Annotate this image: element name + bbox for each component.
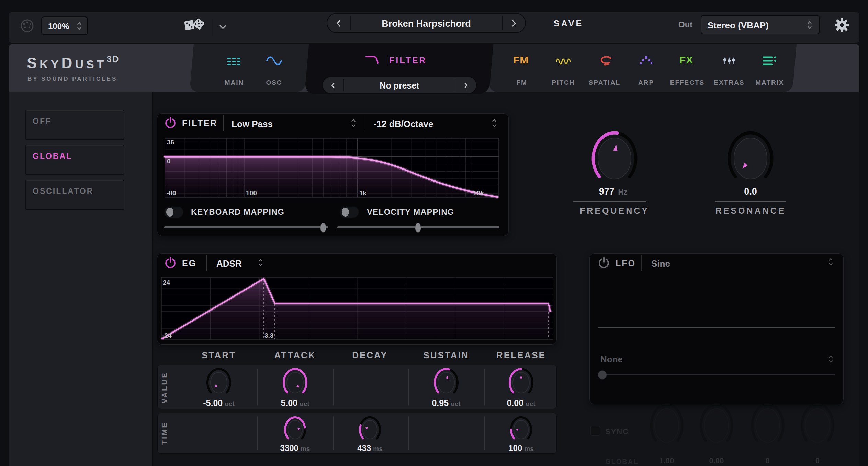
tab-pitch[interactable]: PITCH (544, 51, 583, 89)
eg-power-icon[interactable] (164, 257, 177, 269)
resonance-number: 0.0 (744, 186, 757, 197)
eg-attack-time-value[interactable]: 3300ms (280, 443, 310, 453)
slider-handle[interactable] (320, 223, 326, 233)
eg-attack-time-knob[interactable] (280, 415, 310, 444)
slider-handle[interactable] (415, 223, 421, 233)
lfo-depth-knob[interactable] (698, 401, 735, 450)
randomize-dice-icon[interactable] (184, 16, 205, 34)
lfo-waveform-line (598, 327, 835, 328)
fx-tab-icon: FX (679, 54, 693, 66)
resonance-label: RESONANCE (715, 206, 786, 216)
sidebar-item-global[interactable]: GLOBAL (25, 145, 124, 175)
value-unit: oct (225, 400, 235, 407)
lfo-amount-slider[interactable] (598, 374, 835, 375)
eg-start-value-knob[interactable] (202, 366, 235, 399)
tab-main-label: MAIN (225, 79, 244, 86)
tab-matrix[interactable]: MATRIX (750, 51, 789, 89)
sidebar-item-oscillator[interactable]: OSCILLATOR (25, 180, 124, 210)
tab-effects[interactable]: FX EFFECTS (666, 51, 709, 89)
eg-mode-select[interactable]: ADSR (216, 258, 242, 269)
frequency-unit: Hz (618, 188, 627, 196)
eg-release-value-knob[interactable] (505, 366, 538, 399)
lfo-rate-value: 1.00 Hz (660, 456, 674, 466)
lfo-fade-knob[interactable] (799, 401, 836, 450)
eg-release-time-value[interactable]: 100ms (508, 443, 534, 453)
keyboard-mapping-slider[interactable] (164, 226, 328, 228)
settings-gear-icon[interactable] (834, 17, 850, 33)
eg-sustain-value[interactable]: 0.95oct (432, 398, 460, 408)
lfo-delay-knob[interactable] (749, 401, 787, 450)
preset-name[interactable]: Broken Harpsichord (382, 19, 471, 29)
filter-slope-select[interactable]: -12 dB/Octave (374, 119, 433, 129)
filter-slope-arrows-icon[interactable] (492, 119, 497, 128)
lfo-target-arrows-icon[interactable] (828, 355, 833, 363)
lfo-shape-arrows-icon[interactable] (828, 258, 833, 266)
matrix-tab-icon (763, 56, 777, 66)
eg-attack-value-knob[interactable] (279, 366, 312, 399)
eg-decay-time-value[interactable]: 433ms (357, 443, 383, 453)
keyboard-mapping-label: KEYBOARD MAPPING (191, 207, 284, 217)
preset-prev-icon[interactable] (336, 20, 341, 27)
lfo-depth-value: 0.00 oct (709, 456, 724, 466)
lfo-delay-value: 0 ms (762, 456, 773, 466)
zoom-stepper[interactable]: 100% (41, 16, 88, 35)
tab-arp[interactable]: ARP (628, 51, 664, 89)
lfo-shape-select[interactable]: Sine (651, 258, 670, 269)
tab-arp-label: ARP (638, 79, 654, 86)
eg-attack-value[interactable]: 5.00oct (281, 398, 309, 408)
value-unit: oct (451, 400, 461, 407)
resonance-knob[interactable] (723, 128, 778, 189)
cell-separator (484, 416, 485, 450)
value-number: 433 (357, 443, 371, 453)
frequency-knob[interactable] (587, 128, 642, 189)
filter-preset-divider (455, 79, 455, 91)
eg-release-value[interactable]: 0.00oct (507, 398, 535, 408)
output-format-select[interactable]: Stereo (VBAP) (701, 15, 820, 34)
menu-chevron-down-icon[interactable] (219, 25, 227, 30)
tab-filter-label: FILTER (389, 56, 427, 66)
filter-preset-prev-icon[interactable] (331, 82, 335, 89)
filter-preset-next-icon[interactable] (464, 82, 468, 89)
lfo-power-icon[interactable] (598, 257, 610, 269)
tab-fm[interactable]: FM FM (504, 51, 539, 89)
filter-power-icon[interactable] (164, 117, 177, 129)
filter-tab-icon (365, 54, 381, 65)
filter-type-arrows-icon[interactable] (351, 119, 356, 128)
lfo-target-select[interactable]: None (600, 354, 623, 365)
save-button[interactable]: SAVE (554, 19, 583, 28)
filter-type-select[interactable]: Low Pass (232, 119, 273, 129)
eg-decay-time-knob[interactable] (355, 415, 385, 444)
lfo-sync-checkbox[interactable] (590, 426, 600, 436)
preset-next-icon[interactable] (511, 20, 516, 27)
velocity-mapping-slider[interactable] (337, 226, 499, 228)
velocity-mapping-toggle[interactable] (339, 206, 359, 218)
tab-filter-active[interactable]: FILTER No preset (305, 44, 494, 94)
sidebar-item-off[interactable]: OFF (25, 110, 124, 140)
resonance-value[interactable]: 0.0 (723, 186, 778, 197)
tab-osc[interactable]: OSC (255, 51, 296, 89)
tab-main[interactable]: MAIN (212, 51, 257, 89)
tab-spatial[interactable]: SPATIAL (585, 51, 624, 89)
logo-part: KY (40, 58, 61, 71)
tab-osc-label: OSC (266, 79, 282, 86)
value-number: 5.00 (281, 398, 297, 408)
filter-preset-name[interactable]: No preset (380, 81, 419, 91)
keyboard-mapping-toggle[interactable] (164, 206, 184, 218)
lfo-sync-mode: GLOBAL (605, 458, 638, 466)
tab-extras[interactable]: EXTRAS (710, 51, 748, 89)
sidebar-separator (152, 92, 153, 466)
eg-sustain-value-knob[interactable] (430, 366, 463, 399)
frequency-rule (573, 201, 646, 202)
slider-handle[interactable] (598, 370, 607, 380)
brand-subtitle: BY SOUND PARTICLES (27, 75, 117, 82)
eg-start-value[interactable]: -5.00oct (203, 398, 234, 408)
lfo-rate-knob[interactable] (648, 401, 686, 450)
eg-mode-arrows-icon[interactable] (258, 258, 263, 267)
zoom-stepper-arrows-icon[interactable] (77, 22, 82, 31)
eg-release-time-knob[interactable] (506, 415, 536, 444)
filter-response-graph[interactable]: 36 0 -80 100 1k 10k (165, 138, 499, 197)
eg-envelope-graph[interactable]: 24 -24 3.3 (161, 277, 553, 340)
frequency-value[interactable]: 977 Hz (575, 186, 651, 197)
tab-matrix-label: MATRIX (755, 79, 784, 86)
value-number: 0.00 (709, 456, 724, 465)
